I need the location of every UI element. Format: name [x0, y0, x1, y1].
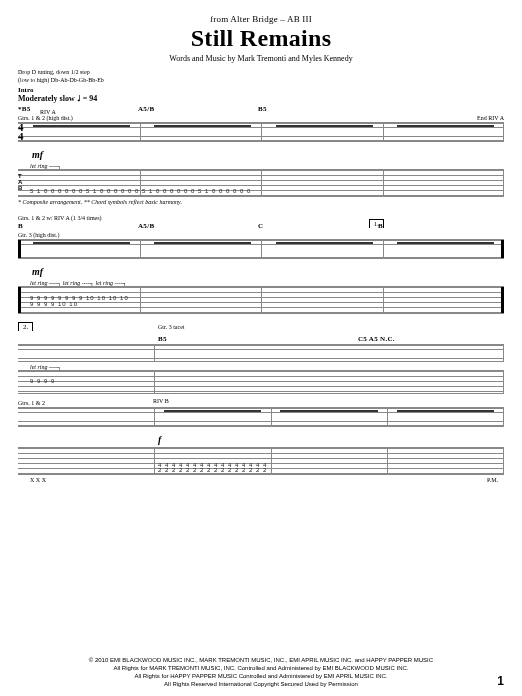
tuning-line-1: Drop D tuning, down 1/2 step — [18, 69, 504, 77]
staff-2 — [18, 239, 504, 259]
staff-3a — [18, 344, 504, 362]
dynamic-mf: mf — [32, 149, 43, 160]
credits: Words and Music by Mark Tremonti and Myl… — [18, 54, 504, 63]
chord-b5-2: B5 — [258, 105, 418, 113]
copyright-l1: © 2010 EMI BLACKWOOD MUSIC INC., MARK TR… — [0, 656, 522, 664]
dynamic-mf-2: mf — [32, 266, 43, 277]
chord-b: B — [18, 222, 138, 230]
tab-3a: 9 9 9 9 — [18, 370, 504, 394]
repeat-box-1: 1. — [369, 219, 384, 228]
gtr-label-2: Gtrs. 1 & 2 w/ RIV A (1 3/4 times) — [18, 215, 504, 221]
section-intro-label: Intro — [18, 86, 504, 94]
palm-mute: P.M. — [487, 477, 498, 483]
staff-1: 44 RIV A End RIV A — [18, 122, 504, 142]
staff-3b: RIV B — [18, 407, 504, 427]
tuning-info: Drop D tuning, down 1/2 step (low to hig… — [18, 69, 504, 84]
chord-b5-3: B5 — [158, 335, 358, 343]
copyright-l3: All Rights for HAPPY PAPPER MUSIC Contro… — [0, 672, 522, 680]
copyright-l2: All Rights for MARK TREMONTI MUSIC, INC.… — [0, 664, 522, 672]
tempo-marking: Moderately slow ♩ = 94 — [18, 94, 504, 103]
copyright-l4: All Rights Reserved International Copyri… — [0, 680, 522, 688]
chord-c: C — [258, 222, 378, 230]
chord-b5: *B5 — [18, 105, 138, 113]
chord-row-2: B A5/B C B — [18, 222, 504, 230]
chord-row-3: B5 C5 A5 N.C. — [18, 335, 504, 343]
chord-b-2: B — [378, 222, 458, 230]
gtr-label-1: Gtrs. 1 & 2 (high dist.) — [18, 115, 504, 121]
chord-a5b: A5/B — [138, 105, 258, 113]
tab-1: TAB 5 1 0 0 0 0 0 0 5 1 0 0 0 0 0 0 5 1 … — [18, 169, 504, 197]
tab-frets-1: 5 1 0 0 0 0 0 0 5 1 0 0 0 0 0 0 5 1 0 0 … — [30, 188, 500, 194]
chord-c5a5nc: C5 A5 N.C. — [358, 335, 478, 343]
tuning-line-2: (low to high) Db-Ab-Db-Gb-Bb-Eb — [18, 77, 504, 85]
tab-3b: 4 4 4 4 4 4 4 4 4 4 4 4 4 4 4 4 2 2 2 2 … — [18, 447, 504, 475]
tab-frets-3a: 9 9 9 9 — [30, 378, 500, 384]
tab-frets-3c: 2 2 2 2 2 2 2 2 2 2 2 2 2 2 2 2 — [158, 467, 500, 473]
system-2: Gtrs. 1 & 2 w/ RIV A (1 3/4 times) B A5/… — [18, 215, 504, 314]
riva-end: End RIV A — [477, 115, 504, 121]
system-1: *B5 A5/B B5 Gtrs. 1 & 2 (high dist.) 44 … — [18, 105, 504, 205]
header: from Alter Bridge – AB III Still Remains… — [18, 14, 504, 63]
song-title: Still Remains — [18, 25, 504, 52]
dynamic-f: f — [158, 434, 161, 445]
tab-2: 9 9 9 9 9 9 9 9 10 10 10 10 9 9 9 9 10 1… — [18, 286, 504, 314]
system-3: 2. Gtr. 3 tacet B5 C5 A5 N.C. let ring -… — [18, 324, 504, 483]
rivb-label: RIV B — [153, 398, 169, 404]
repeat-box-2: 2. — [18, 322, 33, 331]
gtr3-tacet: Gtr. 3 tacet — [158, 324, 185, 330]
page-number: 1 — [497, 674, 504, 688]
gtr3-label: Gtr. 3 (high dist.) — [18, 232, 504, 238]
footnote-1: * Composite arrangement. ** Chord symbol… — [18, 199, 504, 205]
riva-label: RIV A — [40, 109, 56, 115]
sheet-music-page: from Alter Bridge – AB III Still Remains… — [0, 0, 522, 696]
chord-row-1: *B5 A5/B B5 — [18, 105, 504, 113]
from-line: from Alter Bridge – AB III — [18, 14, 504, 24]
copyright-footer: © 2010 EMI BLACKWOOD MUSIC INC., MARK TR… — [0, 656, 522, 688]
gtr-label-3: Gtrs. 1 & 2 — [18, 400, 504, 406]
chord-a5b-2: A5/B — [138, 222, 258, 230]
tab-frets-2b: 9 9 9 9 10 10 — [30, 301, 500, 307]
scratch-marks: X X X — [30, 477, 46, 483]
